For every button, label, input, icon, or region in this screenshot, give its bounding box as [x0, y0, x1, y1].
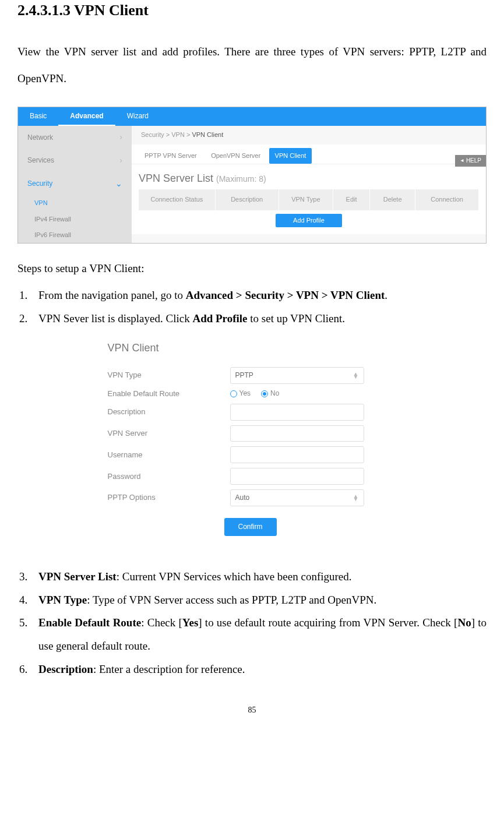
chevron-right-icon: › — [119, 155, 122, 167]
step-bold: Advanced > Security > VPN > VPN Client — [186, 289, 385, 301]
add-profile-button[interactable]: Add Profile — [276, 214, 342, 227]
desc-item: Enable Default Route: Check [Yes] to use… — [30, 611, 487, 658]
radio-label: Yes — [239, 389, 251, 399]
sidebar-item-services[interactable]: Services › — [18, 149, 132, 172]
step-item: VPN Sever list is displayed. Click Add P… — [30, 307, 487, 330]
sidebar-sub-vpn[interactable]: VPN — [18, 195, 132, 211]
label-default-route: Enable Default Route — [108, 389, 224, 399]
tab-pptp-server[interactable]: PPTP VPN Server — [139, 148, 203, 164]
desc-text: : Current VPN Services which have been c… — [117, 570, 352, 583]
sidebar-label: Network — [27, 133, 53, 143]
help-button[interactable]: HELP — [455, 155, 486, 167]
input-username[interactable] — [230, 446, 364, 463]
sidebar-item-network[interactable]: Network › — [18, 126, 132, 149]
sidebar-label: Security — [27, 179, 52, 189]
step-item: From the navigation panel, go to Advance… — [30, 284, 487, 307]
desc-item: VPN Server List: Current VPN Services wh… — [30, 565, 487, 588]
section-heading: 2.4.3.1.3 VPN Client — [17, 0, 487, 21]
sidebar-sub-ipv6[interactable]: IPv6 Firewall — [18, 227, 132, 243]
sidebar-sub-ipv4[interactable]: IPv4 Firewall — [18, 211, 132, 227]
radio-yes[interactable]: Yes — [230, 389, 251, 399]
server-list-title: VPN Server List — [139, 172, 216, 184]
select-vpn-type[interactable]: PPTP ▲▼ — [230, 367, 364, 384]
select-stepper-icon: ▲▼ — [353, 495, 359, 500]
input-password[interactable] — [230, 468, 364, 485]
sidebar-item-security[interactable]: Security ⌄ — [18, 172, 132, 196]
desc-text: : Enter a description for reference. — [93, 663, 245, 675]
col-vpn-type: VPN Type — [279, 189, 334, 210]
label-vpn-type: VPN Type — [108, 370, 224, 380]
select-value: Auto — [235, 493, 250, 503]
tab-openvpn-server[interactable]: OpenVPN Server — [205, 148, 266, 164]
server-list-subtitle: (Maximum: 8) — [216, 174, 266, 184]
chevron-down-icon: ⌄ — [115, 178, 122, 190]
breadcrumb-part: VPN > — [171, 131, 192, 138]
step-text: From the navigation panel, go to — [38, 289, 186, 301]
table-header-row: Connection Status Description VPN Type E… — [139, 189, 479, 210]
chevron-right-icon: › — [119, 132, 122, 143]
label-vpn-server: VPN Server — [108, 428, 224, 439]
col-edit: Edit — [333, 189, 370, 210]
tab-vpn-client[interactable]: VPN Client — [269, 148, 312, 164]
desc-bold: Description — [38, 663, 93, 675]
breadcrumb-part: Security > — [141, 131, 171, 138]
nav-wizard[interactable]: Wizard — [115, 107, 160, 126]
col-delete: Delete — [370, 189, 415, 210]
radio-icon — [261, 390, 268, 397]
col-connection: Connection — [415, 189, 479, 210]
confirm-button[interactable]: Confirm — [224, 518, 277, 536]
page-number: 85 — [17, 704, 487, 716]
radio-icon — [230, 390, 237, 397]
vpn-client-form-screenshot: VPN Client VPN Type PPTP ▲▼ Enable Defau… — [101, 335, 404, 542]
breadcrumb-active: VPN Client — [192, 131, 223, 138]
label-password: Password — [108, 471, 224, 482]
input-description[interactable] — [230, 404, 364, 421]
desc-text: ] to use default route acquiring from VP… — [198, 616, 457, 629]
radio-label: No — [270, 389, 279, 399]
label-pptp-options: PPTP Options — [108, 492, 224, 503]
radio-no[interactable]: No — [261, 389, 279, 399]
col-connection-status: Connection Status — [139, 189, 216, 210]
select-stepper-icon: ▲▼ — [353, 372, 359, 378]
desc-bold: VPN Type — [38, 594, 87, 606]
step-text: VPN Sever list is displayed. Click — [38, 312, 192, 325]
desc-bold: Yes — [182, 616, 198, 629]
col-description: Description — [216, 189, 279, 210]
sidebar-nav: Network › Services › Security ⌄ VPN IPv4… — [18, 126, 132, 243]
label-description: Description — [108, 407, 224, 417]
step-text: . — [385, 289, 387, 301]
desc-bold: Enable Default Route — [38, 616, 141, 629]
desc-bold: VPN Server List — [38, 570, 117, 583]
nav-advanced[interactable]: Advanced — [58, 107, 115, 126]
tabs-row: PPTP VPN Server OpenVPN Server VPN Clien… — [132, 144, 486, 164]
sidebar-label: Services — [27, 156, 54, 165]
desc-item: Description: Enter a description for ref… — [30, 658, 487, 681]
desc-bold: No — [457, 616, 471, 629]
top-nav-bar: Basic Advanced Wizard — [18, 107, 486, 126]
desc-text: : Check [ — [141, 616, 182, 629]
form-title: VPN Client — [101, 341, 404, 355]
breadcrumb: Security > VPN > VPN Client — [132, 126, 486, 144]
intro-paragraph: View the VPN server list and add profile… — [17, 38, 487, 91]
select-value: PPTP — [235, 371, 253, 380]
desc-item: VPN Type: Type of VPN Server access such… — [30, 588, 487, 612]
select-pptp-options[interactable]: Auto ▲▼ — [230, 489, 364, 506]
input-vpn-server[interactable] — [230, 425, 364, 442]
desc-text: : Type of VPN Server access such as PPTP… — [87, 594, 376, 606]
step-text: to set up VPN Client. — [248, 312, 346, 325]
router-ui-screenshot: Basic Advanced Wizard Network › Services… — [17, 107, 487, 244]
nav-basic[interactable]: Basic — [18, 107, 58, 126]
step-bold: Add Profile — [192, 312, 247, 325]
label-username: Username — [108, 450, 224, 460]
steps-intro: Steps to setup a VPN Client: — [17, 261, 487, 277]
